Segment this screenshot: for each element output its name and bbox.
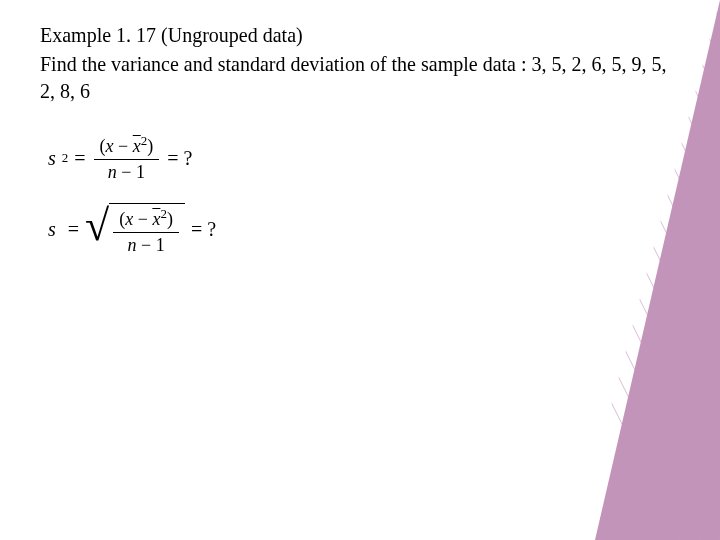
radical-sign: √ [85,204,109,257]
den-one: 1 [156,235,165,255]
num-minus: − [114,136,133,156]
svg-line-4 [530,0,720,540]
den-n: n [108,162,117,182]
equals: = [68,218,79,241]
paren-close: ) [167,209,173,229]
lhs-var: s [48,218,56,241]
equals: = [74,147,85,170]
subtitle-lead: Find the variance and standard deviation… [40,53,532,75]
svg-line-11 [670,0,720,540]
num-minus: − [133,209,152,229]
svg-line-6 [570,0,720,540]
fraction: (x − x2) n − 1 [113,206,179,256]
fraction: (x − x2) n − 1 [94,133,160,183]
svg-line-16 [520,0,710,540]
sqrt: √ (x − x2) n − 1 [85,203,185,256]
den-minus: − [136,235,155,255]
denominator: n − 1 [94,159,160,183]
denominator: n − 1 [113,232,179,256]
numerator: (x − x2) [94,133,160,159]
svg-line-3 [520,0,720,540]
den-minus: − [117,162,136,182]
lhs-var: s [48,147,56,170]
num-xbar: x [133,136,141,156]
svg-line-5 [550,0,720,540]
svg-line-1 [520,0,720,540]
den-one: 1 [136,162,145,182]
lhs-sup: 2 [62,150,69,166]
side-decoration [520,0,720,540]
result: = ? [167,147,192,170]
svg-line-13 [710,0,720,540]
svg-line-2 [520,0,720,540]
svg-line-15 [520,0,720,540]
paren-close: ) [147,136,153,156]
result: = ? [191,218,216,241]
svg-line-9 [630,0,720,540]
numerator: (x − x2) [113,206,179,232]
num-x: x [106,136,114,156]
hatching-icon [520,0,720,540]
svg-line-14 [520,0,720,540]
sqrt-content: (x − x2) n − 1 [109,203,185,256]
svg-line-7 [590,0,720,540]
